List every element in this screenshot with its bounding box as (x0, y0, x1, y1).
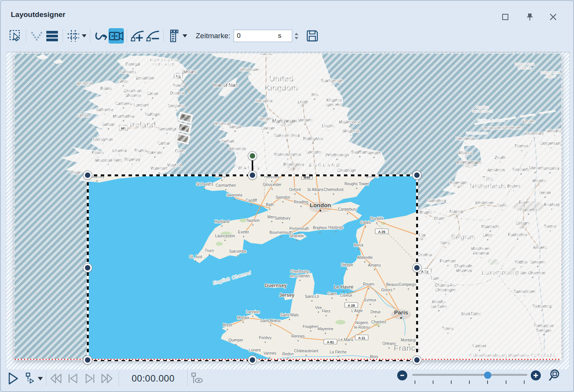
map-label: Vire (315, 306, 322, 310)
toolbar-separator (127, 29, 127, 42)
rewind-button[interactable] (49, 372, 63, 385)
map-label: Gloucester (263, 182, 282, 187)
zoom-out-button[interactable] (397, 370, 407, 380)
zoom-slider-track[interactable] (412, 374, 527, 376)
save-icon (306, 29, 319, 42)
camera-pan-icon (109, 30, 124, 42)
slider-tick (524, 380, 525, 384)
restore-window-button[interactable] (501, 12, 510, 22)
playback-separator (187, 371, 188, 386)
svg-text:M40: M40 (303, 176, 310, 179)
grid-dropdown-button[interactable] (81, 28, 87, 44)
stepper-down-icon[interactable] (295, 37, 298, 39)
current-time-display: 00:00.000 (132, 373, 174, 384)
selection-handle-top-left[interactable] (83, 171, 92, 179)
layout-canvas[interactable]: NORTHERNIRELANDDonegalBundoranEnniskille… (6, 52, 570, 370)
map-label: Canterbury (338, 207, 357, 211)
chevron-down-icon (82, 34, 86, 37)
zoom-fit-icon (549, 369, 562, 383)
map-label: Saint-Malo (280, 313, 299, 317)
play-icon (7, 372, 19, 385)
svg-text:A 28: A 28 (348, 304, 355, 308)
storyboard-dropdown-button[interactable] (182, 28, 188, 44)
select-tool-button[interactable] (8, 28, 23, 44)
map-label: Lannion (246, 310, 260, 314)
selection-handle-bottom-center[interactable] (248, 356, 257, 364)
map-label: Truro (205, 248, 214, 253)
slider-tick (433, 380, 433, 384)
map-label: Pontivy (259, 336, 272, 340)
map-label: Évreux (364, 297, 376, 302)
map-label: Roughs Tower (344, 182, 369, 186)
zeitmarke-stepper[interactable] (292, 30, 301, 42)
camera-pan-button[interactable] (108, 28, 124, 44)
remove-path-point-button[interactable] (145, 28, 161, 44)
show-timemark-preview-button[interactable] (190, 372, 204, 385)
zeitmarke-input[interactable] (234, 30, 292, 42)
map-label: Gisors (381, 288, 393, 292)
map-label: Châteaubriant (294, 349, 318, 353)
map-label: Morlaix (237, 316, 249, 320)
motion-path-icon (94, 29, 108, 42)
map-label: Brighton (313, 226, 327, 230)
map-label: Le Mans (339, 338, 353, 342)
add-path-point-button[interactable] (130, 28, 145, 44)
zoom-in-button[interactable] (531, 370, 541, 380)
zoom-fit-button[interactable] (548, 368, 563, 384)
toolbar-separator (63, 29, 63, 42)
svg-text:A 25: A 25 (378, 230, 386, 234)
map-label: Chelmsford (323, 188, 343, 192)
panel-title: Layoutdesigner (11, 10, 65, 19)
rotation-handle[interactable] (248, 152, 257, 160)
layer-list-button[interactable] (44, 28, 60, 44)
play-from-timemark-button[interactable] (23, 372, 37, 385)
map-label: Bath (266, 203, 274, 207)
stepper-up-icon[interactable] (295, 33, 298, 35)
pin-panel-button[interactable] (525, 12, 534, 22)
map-label: Blois (370, 355, 378, 359)
layout-toolbar: Zeitmarke: s (8, 27, 320, 45)
skip-to-start-icon (67, 373, 79, 384)
skip-to-end-button[interactable] (83, 372, 97, 385)
close-icon (549, 13, 557, 21)
fast-forward-icon (100, 373, 113, 384)
curve-points-icon (30, 29, 43, 42)
map-preview[interactable]: NORTHERNIRELANDDonegalBundoranEnniskille… (15, 54, 561, 360)
map-label: Rouen (363, 282, 374, 286)
play-button[interactable] (6, 372, 20, 385)
selection-handle-bottom-right[interactable] (413, 356, 421, 364)
fast-forward-button[interactable] (100, 372, 114, 385)
save-button[interactable] (305, 28, 320, 44)
slider-tick (469, 380, 470, 384)
map-label: Lisieux (340, 293, 352, 297)
map-label: Montargis (401, 338, 418, 342)
storyboard-button[interactable] (166, 28, 182, 44)
zoom-slider-thumb[interactable] (484, 372, 491, 379)
selection-handle-mid-right[interactable] (413, 264, 421, 272)
play-options-dropdown[interactable] (37, 371, 43, 386)
road-badge: A 11 (355, 335, 368, 340)
select-tool-icon (9, 29, 22, 42)
map-label: Le Havre (334, 284, 354, 290)
rewind-icon (49, 373, 63, 384)
road-badge: A 28 (345, 302, 358, 308)
motion-path-button[interactable] (93, 28, 108, 44)
map-label: Hereford (264, 175, 279, 179)
curve-points-button[interactable] (29, 28, 44, 44)
map-label: Oxford (289, 188, 301, 192)
selection-handle-top-center[interactable] (248, 171, 257, 179)
map-label: Dreux (371, 310, 381, 314)
selection-handle-bottom-left[interactable] (83, 356, 92, 364)
selection-handle-top-right[interactable] (413, 171, 421, 179)
map-label: Paris (394, 309, 408, 316)
skip-to-start-button[interactable] (66, 372, 80, 385)
map-label: Abbeville (357, 255, 373, 260)
close-panel-button[interactable] (549, 12, 558, 22)
map-label: Jersey (279, 292, 295, 298)
grid-button[interactable] (66, 28, 81, 44)
map-label: Carmarthen (216, 183, 236, 188)
road-badge: A 81 (324, 339, 337, 344)
selection-handle-mid-left[interactable] (83, 264, 92, 272)
map-label: Brest (223, 323, 232, 327)
map-label: L'Aigle (351, 309, 363, 313)
